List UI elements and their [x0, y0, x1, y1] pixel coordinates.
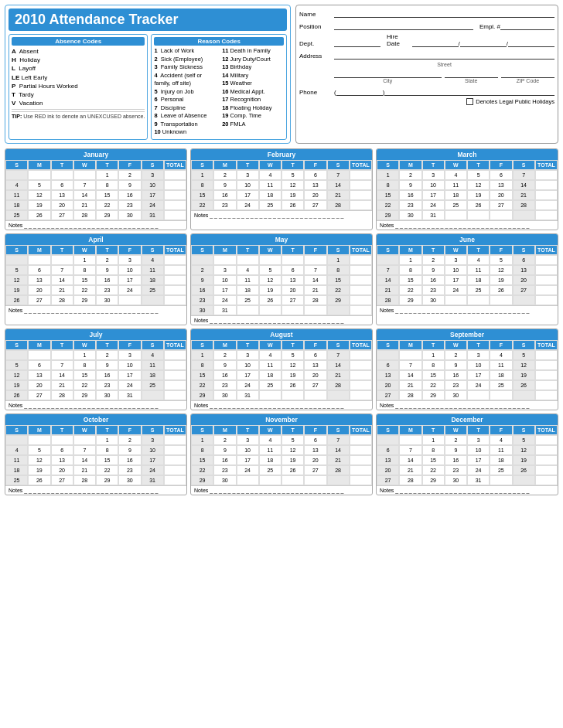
day-cell[interactable]: 7	[377, 265, 399, 275]
day-cell[interactable]: 4	[490, 350, 512, 360]
day-cell[interactable]: 4	[259, 170, 282, 180]
day-cell[interactable]: 3	[142, 170, 164, 180]
day-cell[interactable]: 19	[282, 190, 304, 200]
day-cell[interactable]: 6	[304, 170, 326, 180]
day-cell[interactable]: 31	[467, 475, 490, 485]
day-cell[interactable]: 26	[28, 475, 50, 485]
day-cell[interactable]: 2	[445, 350, 467, 360]
day-cell[interactable]: 21	[73, 200, 96, 210]
day-cell[interactable]: 7	[327, 350, 350, 360]
day-cell[interactable]: 14	[399, 455, 421, 465]
day-cell[interactable]: 20	[377, 465, 399, 475]
day-cell[interactable]: 20	[304, 455, 326, 465]
day-cell[interactable]: 13	[304, 445, 326, 455]
day-cell[interactable]: 9	[191, 275, 213, 285]
day-cell[interactable]: 5	[5, 265, 28, 275]
day-cell[interactable]: 17	[467, 370, 490, 380]
week-total-cell[interactable]	[164, 435, 186, 445]
day-cell[interactable]: 27	[490, 200, 512, 210]
day-cell[interactable]: 10	[467, 360, 490, 370]
day-cell[interactable]: 23	[96, 285, 118, 295]
day-cell[interactable]: 22	[73, 380, 96, 390]
day-cell[interactable]: 1	[399, 255, 421, 265]
week-total-cell[interactable]	[535, 465, 558, 475]
week-total-cell[interactable]	[164, 210, 186, 220]
day-cell[interactable]: 26	[259, 295, 282, 305]
day-cell[interactable]: 10	[445, 265, 467, 275]
day-cell[interactable]: 22	[96, 200, 118, 210]
day-cell[interactable]: 14	[51, 370, 73, 380]
day-cell[interactable]: 9	[96, 360, 118, 370]
day-cell[interactable]: 10	[237, 445, 259, 455]
day-cell[interactable]: 21	[327, 455, 350, 465]
day-cell[interactable]: 3	[118, 350, 141, 360]
week-total-cell[interactable]	[350, 370, 372, 380]
day-cell[interactable]: 12	[282, 360, 304, 370]
day-cell[interactable]: 19	[490, 275, 512, 285]
day-cell[interactable]: 6	[51, 180, 73, 190]
day-cell[interactable]: 12	[5, 275, 28, 285]
day-cell[interactable]: 19	[513, 455, 535, 465]
day-cell[interactable]: 8	[191, 180, 213, 190]
day-cell[interactable]: 16	[96, 275, 118, 285]
day-cell[interactable]: 13	[28, 370, 50, 380]
hire-field-m[interactable]	[460, 38, 507, 47]
day-cell[interactable]: 10	[467, 445, 490, 455]
day-cell[interactable]: 26	[282, 200, 304, 210]
day-cell[interactable]: 26	[5, 295, 28, 305]
day-cell[interactable]: 14	[73, 455, 96, 465]
day-cell[interactable]: 12	[490, 265, 512, 275]
day-cell[interactable]: 18	[490, 455, 512, 465]
day-cell[interactable]: 14	[51, 275, 73, 285]
day-cell[interactable]: 25	[259, 465, 282, 475]
day-cell[interactable]: 8	[399, 265, 421, 275]
day-cell[interactable]: 11	[259, 445, 282, 455]
day-cell[interactable]: 28	[51, 390, 73, 400]
day-cell[interactable]: 6	[282, 265, 304, 275]
day-cell[interactable]: 16	[96, 370, 118, 380]
day-cell[interactable]: 8	[422, 445, 445, 455]
day-cell[interactable]: 4	[490, 435, 512, 445]
day-cell[interactable]: 1	[73, 350, 96, 360]
day-cell[interactable]: 10	[142, 180, 164, 190]
week-total-cell[interactable]	[535, 285, 558, 295]
week-total-cell[interactable]	[535, 435, 558, 445]
day-cell[interactable]: 26	[513, 380, 535, 390]
day-cell[interactable]: 28	[51, 295, 73, 305]
zip-field[interactable]	[501, 69, 554, 78]
day-cell[interactable]: 24	[237, 200, 259, 210]
day-cell[interactable]: 27	[28, 390, 50, 400]
day-cell[interactable]: 22	[191, 465, 213, 475]
day-cell[interactable]: 13	[490, 180, 512, 190]
day-cell[interactable]: 9	[96, 265, 118, 275]
week-total-cell[interactable]	[350, 465, 372, 475]
day-cell[interactable]: 28	[399, 475, 421, 485]
day-cell[interactable]: 4	[259, 350, 282, 360]
day-cell[interactable]: 18	[467, 275, 490, 285]
holidays-checkbox[interactable]	[466, 98, 473, 105]
day-cell[interactable]: 1	[96, 435, 118, 445]
day-cell[interactable]: 29	[73, 295, 96, 305]
day-cell[interactable]: 10	[422, 180, 445, 190]
day-cell[interactable]: 14	[327, 180, 350, 190]
day-cell[interactable]: 13	[377, 370, 399, 380]
day-cell[interactable]: 10	[237, 360, 259, 370]
day-cell[interactable]: 2	[213, 350, 236, 360]
day-cell[interactable]: 11	[5, 190, 28, 200]
day-cell[interactable]: 24	[467, 380, 490, 390]
day-cell[interactable]: 29	[191, 390, 213, 400]
week-total-cell[interactable]	[350, 475, 372, 485]
day-cell[interactable]: 2	[118, 435, 141, 445]
day-cell[interactable]: 23	[422, 285, 445, 295]
day-cell[interactable]: 21	[51, 380, 73, 390]
day-cell[interactable]: 13	[51, 455, 73, 465]
day-cell[interactable]: 26	[282, 380, 304, 390]
day-cell[interactable]: 12	[282, 180, 304, 190]
day-cell[interactable]: 31	[213, 305, 236, 315]
day-cell[interactable]: 15	[191, 190, 213, 200]
day-cell[interactable]: 16	[399, 190, 421, 200]
day-cell[interactable]: 5	[282, 435, 304, 445]
week-total-cell[interactable]	[535, 360, 558, 370]
day-cell[interactable]: 7	[513, 170, 535, 180]
day-cell[interactable]: 28	[399, 390, 421, 400]
